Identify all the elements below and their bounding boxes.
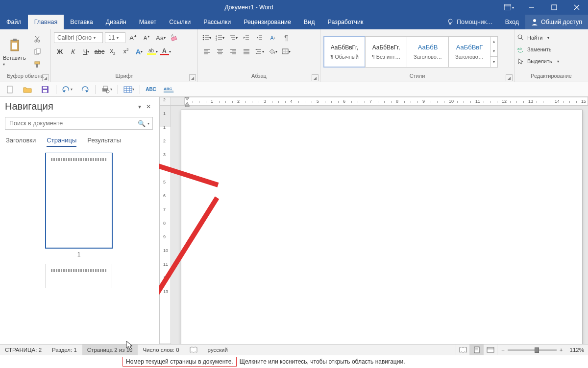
status-page-of[interactable]: Страница 2 из 10	[82, 345, 138, 355]
tab-review[interactable]: Рецензирование	[237, 15, 297, 29]
tab-developer[interactable]: Разработчик	[321, 15, 369, 29]
maximize-button[interactable]	[543, 0, 565, 15]
indent-markers[interactable]	[184, 97, 192, 107]
align-center-button[interactable]	[214, 46, 226, 57]
tab-mailings[interactable]: Рассылки	[197, 15, 237, 29]
status-page[interactable]: СТРАНИЦА: 2	[0, 345, 47, 355]
find-button[interactable]: Найти▾	[517, 32, 549, 43]
page-thumbnail-2[interactable]	[46, 264, 112, 288]
qat-spell-options-button[interactable]: ABC	[162, 84, 175, 95]
nav-tab-headings[interactable]: Заголовки	[6, 137, 36, 147]
close-button[interactable]	[565, 0, 588, 15]
sort-button[interactable]: A↓	[267, 32, 279, 43]
view-web-button[interactable]	[483, 345, 497, 355]
borders-button[interactable]: ▾	[280, 46, 292, 57]
qat-open-button[interactable]	[21, 84, 34, 95]
bold-button[interactable]: Ж	[54, 46, 66, 57]
styles-more-button[interactable]: ▴▾▾	[490, 36, 498, 68]
document-page[interactable]	[181, 110, 583, 344]
status-language[interactable]: русский	[203, 345, 233, 355]
qat-table-button[interactable]: ▾	[122, 84, 136, 95]
nav-search-options[interactable]: ▾	[147, 121, 149, 126]
replace-button[interactable]: ab Заменить	[517, 44, 551, 55]
horizontal-ruler[interactable]: 123456789101112131415	[171, 97, 588, 106]
style-no-spacing[interactable]: АаБбВвГг,¶ Без инт…	[365, 36, 407, 68]
minimize-button[interactable]	[520, 0, 543, 15]
clear-formatting-button[interactable]: A	[169, 32, 180, 43]
tab-design[interactable]: Дизайн	[99, 15, 133, 29]
multilevel-button[interactable]: ▾	[227, 32, 239, 43]
style-normal[interactable]: АаБбВвГг,¶ Обычный	[323, 36, 366, 68]
subscript-button[interactable]: x2	[107, 46, 119, 57]
paste-button[interactable]: Вставить ▾	[3, 37, 28, 67]
vertical-ruler[interactable]: 32112345678910111213	[159, 106, 171, 344]
shrink-font-button[interactable]: A▼	[141, 32, 153, 43]
qat-new-button[interactable]	[3, 84, 17, 95]
align-right-button[interactable]	[227, 46, 239, 57]
show-marks-button[interactable]: ¶	[280, 32, 292, 43]
font-size-combo[interactable]: 11▾	[105, 32, 125, 43]
tab-layout[interactable]: Макет	[133, 15, 163, 29]
zoom-value[interactable]: 112%	[570, 347, 584, 353]
zoom-out-button[interactable]: −	[501, 347, 505, 353]
numbering-button[interactable]: 123▾	[214, 32, 226, 43]
paragraph-dialog-launcher[interactable]: ◢	[312, 74, 318, 81]
document-area[interactable]: 123456789101112131415 321123456789101112…	[159, 97, 588, 344]
decrease-indent-button[interactable]	[241, 32, 252, 43]
nav-search-input[interactable]	[8, 119, 138, 127]
tell-me[interactable]: Помощник…	[441, 15, 499, 29]
nav-close-button[interactable]: ✕	[144, 103, 153, 110]
copy-button[interactable]	[31, 46, 43, 57]
share-button[interactable]: Общий доступ	[525, 15, 588, 29]
strike-button[interactable]: abc	[94, 46, 105, 57]
sign-in[interactable]: Вход	[499, 15, 525, 29]
align-justify-button[interactable]	[241, 46, 252, 57]
view-print-button[interactable]	[469, 345, 483, 355]
tab-references[interactable]: Ссылки	[163, 15, 197, 29]
status-proofing[interactable]	[185, 345, 203, 355]
change-case-button[interactable]: Aa▾	[155, 32, 167, 43]
zoom-control[interactable]: − + 112%	[497, 345, 588, 355]
font-color-button[interactable]: A▾	[160, 46, 172, 57]
nav-tab-pages[interactable]: Страницы	[47, 137, 76, 147]
nav-options-button[interactable]: ▾	[135, 103, 144, 110]
nav-tab-results[interactable]: Результаты	[87, 137, 121, 147]
cut-button[interactable]	[31, 34, 43, 45]
font-name-combo[interactable]: Calibri (Осно▾	[54, 32, 103, 43]
styles-gallery[interactable]: АаБбВвГг,¶ Обычный АаБбВвГг,¶ Без инт… А…	[323, 36, 498, 68]
italic-button[interactable]: К	[67, 46, 79, 57]
qat-spelling-button[interactable]: ABC	[144, 84, 158, 95]
tab-insert[interactable]: Вставка	[64, 15, 99, 29]
superscript-button[interactable]: x2	[120, 46, 132, 57]
qat-redo-button[interactable]	[78, 84, 92, 95]
view-read-button[interactable]	[456, 345, 469, 355]
format-painter-button[interactable]	[31, 59, 43, 70]
zoom-slider[interactable]	[508, 349, 557, 351]
styles-dialog-launcher[interactable]: ◢	[506, 74, 513, 81]
select-button[interactable]: Выделить▾	[517, 56, 559, 67]
tab-view[interactable]: Вид	[297, 15, 321, 29]
qat-save-button[interactable]	[38, 84, 52, 95]
nav-search[interactable]: 🔍 ▾	[5, 117, 153, 130]
style-heading2[interactable]: АаБбВвГЗаголово…	[448, 36, 490, 68]
zoom-in-button[interactable]: +	[560, 347, 563, 353]
align-left-button[interactable]	[201, 46, 213, 57]
highlight-button[interactable]: ab▾	[147, 46, 158, 57]
page-thumbnail-1[interactable]: 1	[46, 153, 112, 258]
search-icon[interactable]: 🔍	[138, 120, 146, 127]
style-heading1[interactable]: АаБбВЗаголово…	[407, 36, 449, 68]
underline-button[interactable]: Ч▾	[80, 46, 92, 57]
font-dialog-launcher[interactable]: ◢	[189, 74, 196, 81]
qat-print-preview-button[interactable]: ▾	[100, 84, 114, 95]
bullets-button[interactable]: ▾	[201, 32, 213, 43]
tab-file[interactable]: Файл	[0, 15, 28, 29]
ribbon-display-options[interactable]: ▾	[498, 0, 520, 15]
text-effects-button[interactable]: A▾	[133, 46, 145, 57]
qat-undo-button[interactable]: ▾	[60, 84, 74, 95]
line-spacing-button[interactable]: ▾	[254, 46, 266, 57]
increase-indent-button[interactable]	[254, 32, 266, 43]
clipboard-dialog-launcher[interactable]: ◢	[42, 74, 49, 81]
tab-home[interactable]: Главная	[28, 15, 64, 29]
status-words[interactable]: Число слов: 0	[138, 345, 184, 355]
status-section[interactable]: Раздел: 1	[47, 345, 82, 355]
